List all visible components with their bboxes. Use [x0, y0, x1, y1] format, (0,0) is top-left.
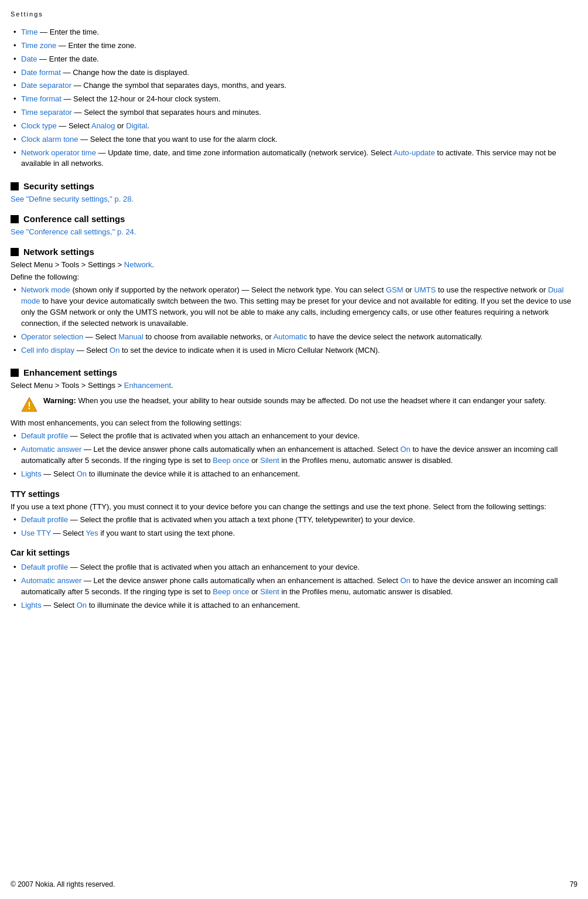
list-item: Clock type — Select Analog or Digital. — [11, 120, 577, 133]
cell-on-link[interactable]: On — [110, 346, 119, 355]
warning-box: ! Warning: When you use the headset, you… — [21, 396, 577, 413]
list-item: Time zone — Enter the time zone. — [11, 39, 577, 53]
page-container: Settings Time — Enter the time. Time zon… — [0, 0, 588, 899]
network-mode-link[interactable]: Network mode — [21, 285, 70, 294]
digital-link[interactable]: Digital — [126, 121, 147, 130]
list-item: Lights — Select On to illuminate the dev… — [11, 468, 577, 481]
tty-intro: If you use a text phone (TTY), you must … — [11, 502, 577, 511]
time-text: — Enter the time. — [40, 28, 99, 36]
or-text: or — [115, 121, 126, 130]
clock-alarm-text: — Select the tone that you want to use f… — [80, 135, 278, 144]
copyright: © 2007 Nokia. All rights reserved. — [11, 880, 115, 888]
enhancement-heading-text: Enhancement settings — [23, 367, 117, 377]
clock-type-link[interactable]: Clock type — [21, 121, 57, 130]
conference-link[interactable]: See "Conference call settings," p. 24. — [11, 227, 577, 236]
timezone-link[interactable]: Time zone — [21, 41, 56, 50]
enh-on-link[interactable]: On — [401, 445, 411, 454]
enhancement-square-icon — [11, 369, 19, 377]
date-separator-link[interactable]: Date separator — [21, 81, 71, 90]
umts-link[interactable]: UMTS — [414, 285, 436, 294]
network-nav-link[interactable]: Network — [124, 260, 152, 269]
carkit-auto-answer-link[interactable]: Automatic answer — [21, 576, 81, 585]
operator-selection-link[interactable]: Operator selection — [21, 332, 83, 341]
warning-text: Warning: When you use the headset, your … — [43, 396, 546, 407]
timezone-text: — Enter the time zone. — [59, 41, 136, 50]
date-link[interactable]: Date — [21, 55, 37, 63]
date-text: — Enter the date. — [39, 55, 99, 63]
clock-alarm-link[interactable]: Clock alarm tone — [21, 135, 78, 144]
date-format-text: — Change how the date is displayed. — [63, 68, 189, 77]
date-separator-text: — Change the symbol that separates days,… — [74, 81, 286, 90]
list-item: Automatic answer — Let the device answer… — [11, 574, 577, 599]
conference-square-icon — [11, 215, 19, 223]
list-item: Clock alarm tone — Select the tone that … — [11, 133, 577, 147]
warning-label: Warning: — [43, 396, 78, 405]
list-item: Time separator — Select the symbol that … — [11, 106, 577, 120]
list-item: Operator selection — Select Manual to ch… — [11, 331, 577, 344]
enh-beep-once-link[interactable]: Beep once — [213, 456, 249, 465]
carkit-on-link[interactable]: On — [401, 576, 411, 585]
automatic-link[interactable]: Automatic — [274, 332, 307, 341]
carkit-lights-link[interactable]: Lights — [21, 601, 42, 609]
use-tty-link[interactable]: Use TTY — [21, 529, 51, 537]
network-define: Define the following: — [11, 273, 577, 281]
svg-text:!: ! — [28, 401, 30, 411]
carkit-default-profile-link[interactable]: Default profile — [21, 563, 68, 571]
manual-link[interactable]: Manual — [118, 332, 143, 341]
list-item: Default profile — Select the profile tha… — [11, 430, 577, 443]
time-link[interactable]: Time — [21, 28, 37, 36]
network-section-heading: Network settings — [11, 247, 577, 257]
security-link[interactable]: See "Define security settings," p. 28. — [11, 195, 577, 203]
warning-body: When you use the headset, your ability t… — [78, 396, 546, 405]
list-item: Cell info display — Select On to set the… — [11, 344, 577, 357]
list-item: Network mode (shown only if supported by… — [11, 284, 577, 330]
carkit-lights-on-link[interactable]: On — [77, 601, 87, 609]
list-item: Lights — Select On to illuminate the dev… — [11, 599, 577, 612]
tty-default-profile-link[interactable]: Default profile — [21, 515, 68, 524]
enh-lights-on-link[interactable]: On — [77, 469, 87, 478]
network-nav: Select Menu > Tools > Settings > Network… — [11, 260, 577, 269]
date-format-link[interactable]: Date format — [21, 68, 61, 77]
list-item: Use TTY — Select Yes if you want to star… — [11, 527, 577, 540]
list-item: Network operator time — Update time, dat… — [11, 147, 577, 171]
list-item: Default profile — Select the profile tha… — [11, 513, 577, 527]
list-item: Time — Enter the time. — [11, 26, 577, 39]
list-item: Automatic answer — Let the device answer… — [11, 443, 577, 468]
gsm-link[interactable]: GSM — [386, 285, 404, 294]
time-format-link[interactable]: Time format — [21, 94, 61, 103]
enh-lights-link[interactable]: Lights — [21, 469, 42, 478]
enh-silent-link[interactable]: Silent — [260, 456, 279, 465]
conference-section-heading: Conference call settings — [11, 214, 577, 224]
network-list: Network mode (shown only if supported by… — [11, 284, 577, 357]
page-header: Settings — [11, 11, 577, 18]
list-item: Default profile — Select the profile tha… — [11, 561, 577, 574]
enh-auto-answer-link[interactable]: Automatic answer — [21, 445, 81, 454]
list-item: Time format — Select the 12-hour or 24-h… — [11, 93, 577, 106]
time-format-text: — Select the 12-hour or 24-hour clock sy… — [63, 94, 220, 103]
auto-update-link[interactable]: Auto-update — [394, 148, 435, 157]
network-operator-time-link[interactable]: Network operator time — [21, 148, 96, 157]
enhancement-section-heading: Enhancement settings — [11, 367, 577, 377]
header-title: Settings — [11, 11, 43, 18]
security-section-heading: Security settings — [11, 181, 577, 191]
security-heading-text: Security settings — [23, 181, 94, 191]
enhancement-with-most: With most enhancements, you can select f… — [11, 418, 577, 427]
cell-info-link[interactable]: Cell info display — [21, 346, 74, 355]
tty-yes-link[interactable]: Yes — [86, 529, 98, 537]
carkit-beep-once-link[interactable]: Beep once — [213, 587, 249, 596]
time-separator-link[interactable]: Time separator — [21, 108, 72, 117]
list-item: Date separator — Change the symbol that … — [11, 79, 577, 93]
clock-list: Time — Enter the time. Time zone — Enter… — [11, 26, 577, 171]
enh-default-profile-link[interactable]: Default profile — [21, 431, 68, 440]
list-item: Date format — Change how the date is dis… — [11, 66, 577, 80]
carkit-silent-link[interactable]: Silent — [260, 587, 279, 596]
analog-link[interactable]: Analog — [91, 121, 115, 130]
security-square-icon — [11, 182, 19, 190]
page-number: 79 — [570, 880, 577, 888]
time-separator-text: — Select the symbol that separates hours… — [74, 108, 261, 117]
enhancement-nav: Select Menu > Tools > Settings > Enhance… — [11, 381, 577, 390]
network-operator-text: — Update time, date, and time zone infor… — [98, 148, 394, 157]
page-footer: © 2007 Nokia. All rights reserved. 79 — [11, 880, 577, 888]
enhancement-nav-link[interactable]: Enhancement — [124, 381, 171, 390]
tty-heading: TTY settings — [11, 489, 577, 499]
